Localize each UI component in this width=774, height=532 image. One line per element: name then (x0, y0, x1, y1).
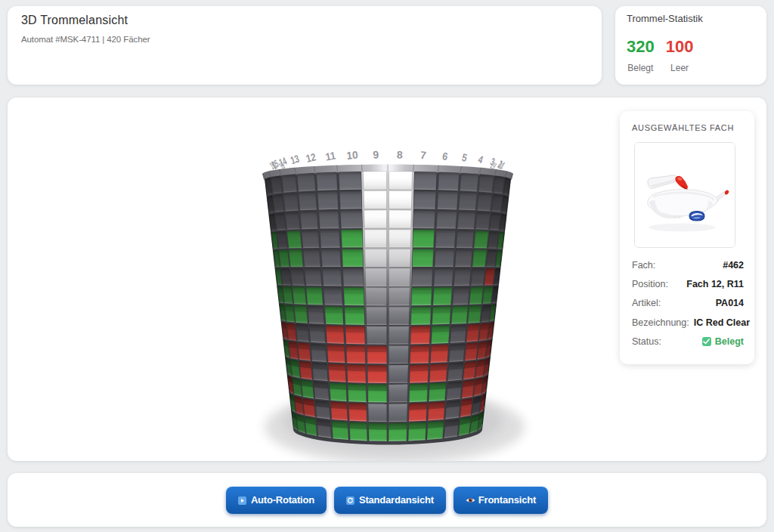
page-subtitle: Automat #MSK-4711 | 420 Fächer (21, 34, 588, 45)
drum-column-label-9: 9 (373, 148, 379, 160)
drum-canvas-card: 1234567891011121314151617182930 AUSGEWÄH… (8, 97, 766, 461)
detail-row-status: Status: Belegt (632, 332, 744, 351)
detail-row-position: Position: Fach 12, R11 (632, 274, 744, 293)
header-row: 3D Trommelansicht Automat #MSK-4711 | 42… (8, 6, 766, 85)
drum-column-label-10: 10 (346, 149, 359, 162)
button-label: Auto-Rotation (251, 494, 314, 506)
play-icon (238, 496, 246, 504)
drum-column-label-8: 8 (397, 148, 404, 160)
check-mark (703, 339, 710, 345)
stat-empty-value: 100 (666, 37, 694, 57)
title-card: 3D Trommelansicht Automat #MSK-4711 | 42… (8, 6, 602, 85)
drum-column-label-7: 7 (420, 150, 426, 162)
checkbox-checked-icon (702, 337, 711, 346)
detail-label: Status: (632, 336, 661, 347)
button-label: Frontansicht (478, 494, 536, 506)
status-badge: Belegt (702, 336, 744, 347)
detail-label: Bezeichnung: (632, 317, 689, 328)
detail-label: Position: (632, 279, 668, 289)
drum-column-label-11: 11 (324, 150, 336, 163)
detail-row-artikel: Artikel: PA014 (632, 294, 744, 313)
drum-column-label-5: 5 (460, 151, 468, 164)
detail-value: Fach 12, R11 (686, 279, 744, 289)
drum-column-label-6: 6 (441, 150, 449, 163)
button-label: Standardansicht (359, 494, 434, 506)
drum-column-label-13: 13 (289, 153, 301, 167)
reset-view-icon (346, 496, 354, 504)
drum-column-label-4: 4 (477, 153, 485, 166)
selected-fach-details: Fach: #462 Position: Fach 12, R11 Artike… (632, 255, 744, 351)
auto-rotation-button[interactable]: Auto-Rotation (226, 487, 327, 514)
selected-fach-title: AUSGEWÄHLTES FACH (632, 123, 744, 132)
stat-occupied-value: 320 (627, 37, 655, 57)
controls-bar: Auto-Rotation Standardansicht Frontansic… (8, 473, 766, 527)
stat-empty: 100 Leer (666, 37, 694, 73)
stats-card: Trommel-Statistik 320 Belegt 100 Leer (615, 6, 766, 85)
page-title: 3D Trommelansicht (21, 13, 588, 27)
detail-value: #462 (723, 260, 744, 271)
status-text: Belegt (715, 336, 744, 347)
front-view-button[interactable]: Frontansicht (454, 487, 548, 514)
detail-row-fach: Fach: #462 (632, 255, 744, 274)
safety-glasses-image (635, 143, 735, 247)
standard-view-button[interactable]: Standardansicht (334, 487, 446, 514)
stat-empty-label: Leer (666, 63, 694, 73)
stats-title: Trommel-Statistik (627, 13, 755, 25)
drum-column-label-12: 12 (305, 150, 317, 165)
detail-label: Artikel: (632, 298, 661, 308)
eye-icon-graphic (466, 496, 475, 505)
play-icon-graphic (238, 496, 246, 505)
eye-icon (466, 496, 474, 504)
reset-view-icon-graphic (346, 496, 354, 505)
detail-label: Fach: (632, 260, 655, 271)
detail-value: IC Red Clear (694, 317, 750, 328)
stats-values: 320 Belegt 100 Leer (627, 37, 755, 73)
stat-occupied: 320 Belegt (627, 37, 655, 73)
selected-fach-panel: AUSGEWÄHLTES FACH Fach: #462 Position: F… (620, 111, 754, 364)
product-image-box (634, 142, 735, 248)
detail-value: PA014 (716, 298, 744, 308)
detail-row-bezeichnung: Bezeichnung: IC Red Clear (632, 313, 744, 332)
stat-occupied-label: Belegt (627, 63, 655, 73)
